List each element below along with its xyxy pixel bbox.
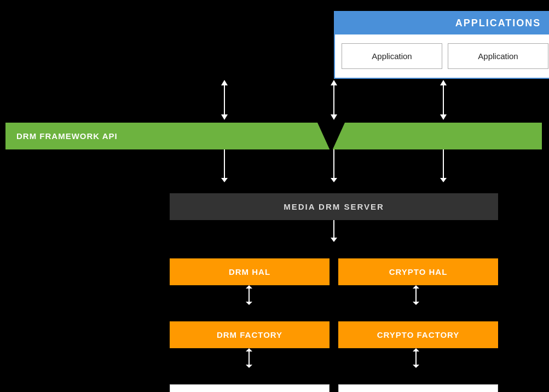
factory-row: DRM FACTORY CRYPTO FACTORY — [170, 321, 498, 348]
svg-marker-12 — [317, 123, 345, 149]
svg-marker-31 — [413, 348, 419, 351]
applications-body: Application Application Application — [335, 34, 549, 78]
svg-marker-29 — [246, 365, 252, 368]
factory-vendor-connector-svg — [170, 348, 498, 368]
drm-framework-bar: DRM FRAMEWORK API — [5, 123, 542, 149]
drm-factory-box: DRM FACTORY — [170, 321, 330, 348]
svg-marker-26 — [413, 302, 419, 305]
svg-marker-25 — [413, 285, 419, 289]
vendor-crypto-plugin-box: Vendor Crypto Plugin — [338, 384, 498, 392]
hal-factory-connector-svg — [170, 285, 498, 305]
svg-marker-22 — [246, 285, 252, 289]
media-drm-block: MEDIA DRM SERVER — [170, 193, 498, 220]
vendor-row: Vendor DRM Plugin Vendor Crypto Plugin — [170, 384, 498, 392]
crypto-factory-box: CRYPTO FACTORY — [338, 321, 498, 348]
connector-arrows-svg — [170, 79, 498, 123]
svg-marker-20 — [331, 238, 337, 242]
app-box-2: Application — [448, 43, 548, 69]
mid-connector-svg — [170, 149, 498, 182]
applications-block: APPLICATIONS Application Application App… — [334, 11, 549, 79]
svg-marker-28 — [246, 348, 252, 351]
svg-marker-32 — [413, 365, 419, 368]
svg-marker-11 — [440, 114, 447, 120]
vendor-drm-plugin-box: Vendor DRM Plugin — [170, 384, 330, 392]
drm-framework-label: DRM FRAMEWORK API — [16, 131, 118, 141]
svg-marker-23 — [246, 302, 252, 305]
applications-header: APPLICATIONS — [335, 12, 549, 34]
svg-marker-18 — [440, 178, 447, 182]
media-drm-bar: MEDIA DRM SERVER — [170, 193, 498, 220]
svg-marker-9 — [331, 114, 337, 120]
app-box-1: Application — [342, 43, 442, 69]
drm-hal-box: DRM HAL — [170, 258, 330, 285]
svg-marker-7 — [221, 114, 228, 120]
hal-row: DRM HAL CRYPTO HAL — [170, 258, 498, 285]
svg-marker-14 — [221, 178, 228, 182]
media-drm-connector-svg — [170, 220, 498, 242]
svg-marker-16 — [331, 178, 337, 182]
crypto-hal-box: CRYPTO HAL — [338, 258, 498, 285]
